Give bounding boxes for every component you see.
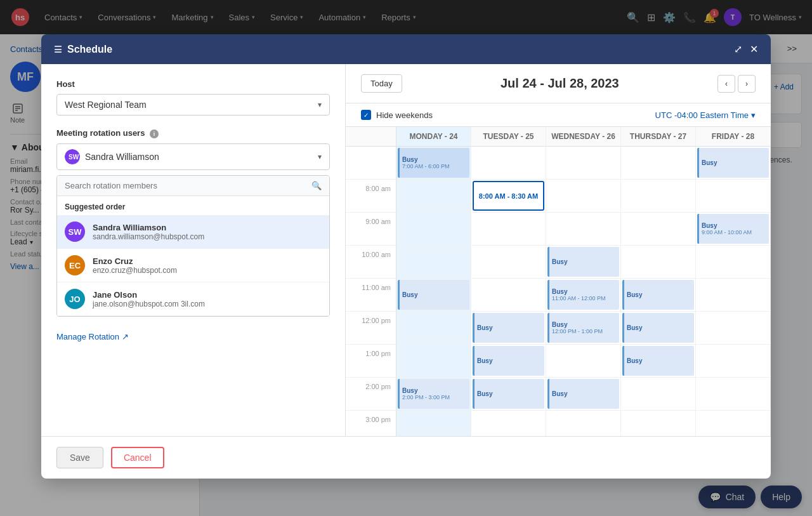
member-select-dropdown[interactable]: SW Sandra Williamson ▾ <box>56 143 330 170</box>
monday-3pm <box>396 411 471 436</box>
save-button[interactable]: Save <box>56 447 103 468</box>
calendar-prev-button[interactable]: ‹ <box>717 75 735 93</box>
thursday-12pm: Busy <box>621 312 696 345</box>
timezone-dropdown[interactable]: UTC -04:00 Eastern Time ▾ <box>655 110 756 120</box>
host-dropdown[interactable]: West Regional Team ▾ <box>56 94 330 116</box>
info-icon: i <box>150 129 159 138</box>
manage-rotation-link[interactable]: Manage Rotation ↗ <box>56 324 330 349</box>
monday-9am <box>396 213 471 246</box>
member-name-jane: Jane Olson <box>93 290 205 300</box>
host-section: Host West Regional Team ▾ <box>56 79 330 116</box>
friday-3pm <box>696 411 771 436</box>
wednesday-8am <box>546 180 621 213</box>
tuesday-2pm-busy: Busy <box>473 379 544 409</box>
modal-footer: Save Cancel <box>41 436 771 479</box>
meeting-rotation-section: Meeting rotation users i SW <box>56 128 330 317</box>
hide-weekends-label: Hide weekends <box>376 110 433 120</box>
wednesday-10am-busy: Busy <box>547 247 619 277</box>
selected-member-name: Sandra Williamson <box>85 152 159 162</box>
tuesday-header: TUESDAY - 25 <box>471 127 546 147</box>
monday-busy-block-top: Busy 7:00 AM - 6:00 PM <box>398 148 469 178</box>
thursday-11am: Busy <box>621 279 696 312</box>
host-value: West Regional Team <box>65 100 147 110</box>
member-item-jane[interactable]: JO Jane Olson jane.olson@hubspot.com 3il… <box>57 282 329 316</box>
expand-modal-icon[interactable]: ⤢ <box>734 43 742 55</box>
modal-header: ☰ Schedule ⤢ ✕ <box>41 34 771 64</box>
monday-12pm <box>396 312 471 345</box>
member-info-jane: Jane Olson jane.olson@hubspot.com 3il.co… <box>93 290 205 308</box>
wednesday-9am <box>546 213 621 246</box>
time-1pm: 1:00 pm <box>346 345 396 378</box>
calendar-grid-wrapper[interactable]: MONDAY - 24 TUESDAY - 25 WEDNESDAY - 26 … <box>346 127 771 436</box>
thursday-10am <box>621 246 696 279</box>
friday-header: FRIDAY - 28 <box>696 127 771 147</box>
monday-2pm: Busy 2:00 PM - 3:00 PM <box>396 378 471 411</box>
friday-2pm <box>696 378 771 411</box>
host-dropdown-arrow: ▾ <box>318 100 322 109</box>
friday-10am <box>696 246 771 279</box>
calendar-nav: ‹ › <box>717 75 756 93</box>
friday-9am-busy: Busy 9:00 AM - 10:00 AM <box>697 214 769 244</box>
member-info-enzo: Enzo Cruz enzo.cruz@hubspot.com <box>93 256 177 275</box>
meeting-rotation-label: Meeting rotation users i <box>56 128 330 138</box>
member-item-enzo[interactable]: EC Enzo Cruz enzo.cruz@hubspot.com <box>57 249 329 282</box>
today-button[interactable]: Today <box>361 74 402 93</box>
wednesday-12pm-busy: Busy 12:00 PM - 1:00 PM <box>547 313 619 343</box>
search-icon[interactable]: 🔍 <box>311 181 322 190</box>
modal-title-text: Schedule <box>67 44 112 55</box>
time-column-header <box>346 127 396 147</box>
thursday-2pm <box>621 378 696 411</box>
tuesday-9am <box>471 213 546 246</box>
hide-weekends-toggle[interactable]: ✓ Hide weekends <box>361 110 433 120</box>
close-modal-icon[interactable]: ✕ <box>750 43 758 55</box>
monday-1pm <box>396 345 471 378</box>
svg-text:SW: SW <box>69 154 79 161</box>
modal-header-icons: ⤢ ✕ <box>734 43 758 55</box>
tuesday-2pm: Busy <box>471 378 546 411</box>
wednesday-11am: Busy 11:00 AM - 12:00 PM <box>546 279 621 312</box>
monday-busy-top: Busy 7:00 AM - 6:00 PM <box>396 147 471 180</box>
member-name-enzo: Enzo Cruz <box>93 256 177 266</box>
tuesday-12pm: Busy <box>471 312 546 345</box>
monday-2pm-busy: Busy 2:00 PM - 3:00 PM <box>398 379 469 409</box>
friday-11am <box>696 279 771 312</box>
selected-time-block[interactable]: 8:00 AM - 8:30 AM <box>473 181 544 211</box>
member-item-sandra[interactable]: SW Sandra Williamson sandra.williamson@h… <box>57 215 329 249</box>
wednesday-10am: Busy <box>546 246 621 279</box>
tuesday-8am[interactable]: 8:00 AM - 8:30 AM <box>471 180 546 213</box>
thursday-empty-top <box>621 147 696 180</box>
calendar-next-button[interactable]: › <box>738 75 756 93</box>
friday-8am <box>696 180 771 213</box>
calendar-grid: MONDAY - 24 TUESDAY - 25 WEDNESDAY - 26 … <box>346 127 771 436</box>
member-search-dropdown: 🔍 Suggested order SW Sandra Williamson s… <box>56 175 330 317</box>
friday-1pm <box>696 345 771 378</box>
modal-title-group: ☰ Schedule <box>54 44 112 55</box>
member-email-jane: jane.olson@hubspot.com 3il.com <box>93 300 205 308</box>
tuesday-1pm: Busy <box>471 345 546 378</box>
cancel-button[interactable]: Cancel <box>111 447 164 468</box>
friday-busy-block-top: Busy <box>697 148 769 178</box>
time-slot-header2 <box>346 147 396 180</box>
thursday-1pm: Busy <box>621 345 696 378</box>
time-12pm: 12:00 pm <box>346 312 396 345</box>
wednesday-2pm-busy: Busy <box>547 379 619 409</box>
calendar-header: Today Jul 24 - Jul 28, 2023 ‹ › <box>346 64 771 103</box>
thursday-11am-busy: Busy <box>622 280 694 310</box>
calendar-controls: ✓ Hide weekends UTC -04:00 Eastern Time … <box>346 103 771 127</box>
time-8am: 8:00 am <box>346 180 396 213</box>
selected-member-avatar: SW <box>65 149 80 164</box>
member-avatar-jane: JO <box>65 289 85 309</box>
tuesday-11am <box>471 279 546 312</box>
thursday-9am <box>621 213 696 246</box>
member-select-arrow: ▾ <box>318 152 322 161</box>
tuesday-1pm-busy: Busy <box>473 346 544 376</box>
thursday-8am <box>621 180 696 213</box>
search-input[interactable] <box>65 181 306 190</box>
wednesday-11am-busy: Busy 11:00 AM - 12:00 PM <box>547 280 619 310</box>
modal-body: Host West Regional Team ▾ Meeting rotati… <box>41 64 771 436</box>
member-email-enzo: enzo.cruz@hubspot.com <box>93 266 177 275</box>
manage-rotation-label: Manage Rotation <box>56 332 119 341</box>
thursday-1pm-busy: Busy <box>622 346 694 376</box>
time-11am: 11:00 am <box>346 279 396 312</box>
hide-weekends-checkbox[interactable]: ✓ <box>361 110 371 120</box>
